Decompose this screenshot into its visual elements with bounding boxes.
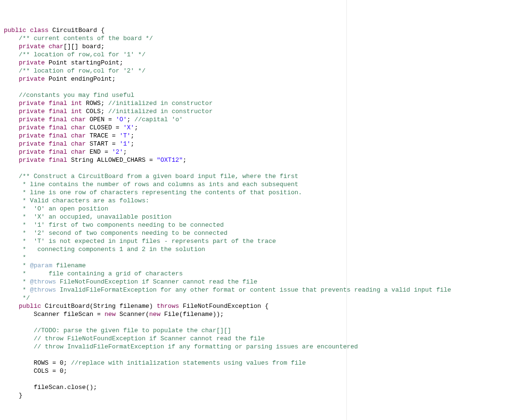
char-literal: 'O' <box>116 116 127 123</box>
brace: { <box>101 27 105 34</box>
brackets: [][] <box>64 43 82 50</box>
semi: ; <box>130 140 134 147</box>
keyword: final <box>49 124 67 131</box>
keyword: private <box>19 132 45 139</box>
field: COLS <box>86 108 101 115</box>
arg: filename <box>183 311 213 318</box>
eq: = <box>93 311 104 318</box>
char-literal: '1' <box>119 140 130 147</box>
eq: = <box>108 132 119 139</box>
keyword: char <box>71 124 86 131</box>
comment: //capital 'o' <box>134 116 183 123</box>
semi: ; <box>134 124 138 131</box>
semi: ; <box>101 43 105 50</box>
type: Point <box>49 75 67 83</box>
eq: = <box>49 359 60 367</box>
comment: //constants you may find useful <box>19 92 134 99</box>
eq: = <box>108 140 119 147</box>
javadoc-tag: @param <box>30 262 53 269</box>
keyword: private <box>19 148 45 156</box>
comment: /** location of row,col for '1' */ <box>19 51 145 58</box>
semi: ; <box>130 132 134 139</box>
semi: ; <box>183 157 187 164</box>
comment: //initialized in constructor <box>108 100 213 107</box>
exception: FileNotFoundException <box>183 303 261 310</box>
type: Scanner <box>119 311 146 318</box>
keyword: final <box>49 140 67 147</box>
keyword: private <box>19 100 45 107</box>
keyword: public <box>4 27 26 34</box>
keyword: char <box>71 148 86 156</box>
keyword: int <box>71 108 82 115</box>
keyword: final <box>49 132 67 139</box>
call: .close(); <box>64 384 97 391</box>
field: CLOSED <box>90 124 112 131</box>
eq: = <box>105 116 116 123</box>
semi: ; <box>112 75 116 83</box>
semi: ; <box>101 100 105 107</box>
type: Point <box>49 59 67 66</box>
keyword: private <box>19 124 45 131</box>
type: String <box>71 157 93 164</box>
field: board <box>82 43 101 50</box>
javadoc-pre: * <box>19 286 30 294</box>
field: ROWS <box>86 100 101 107</box>
eq: = <box>146 157 157 164</box>
num: 0 <box>60 359 64 367</box>
comment: // throw InvalidFileFormatException if a… <box>33 343 358 350</box>
comment: //replace with initialization statements… <box>71 359 305 367</box>
javadoc-line: * line contains the number of rows and c… <box>19 181 298 188</box>
comment: /** current contents of the board */ <box>19 35 153 42</box>
keyword: int <box>71 100 82 107</box>
javadoc-tag: @throws <box>30 278 56 285</box>
keyword: char <box>71 116 86 123</box>
javadoc-line: * 'X' an occupied, unavailable position <box>19 213 172 220</box>
javadoc-line: * 'T' is not expected in input files - r… <box>19 238 276 245</box>
javadoc-pre: * <box>19 278 30 285</box>
ctor-name: CircuitBoard <box>45 303 90 310</box>
javadoc-rest: filename <box>52 262 86 269</box>
javadoc-line: * 'O' an open position <box>19 205 108 212</box>
keyword: private <box>19 43 45 50</box>
comment: // throw FileNotFoundException if Scanne… <box>33 335 265 342</box>
eq: = <box>49 368 60 375</box>
semi: ; <box>123 148 127 156</box>
javadoc-line: * Valid characters are as follows: <box>19 197 149 204</box>
javadoc-line: /** Construct a CircuitBoard from a give… <box>19 173 298 180</box>
javadoc-line: * connecting components 1 and 2 in the s… <box>19 246 205 253</box>
field: ROWS <box>33 359 48 367</box>
keyword: final <box>49 157 67 164</box>
javadoc-rest: FileNotFoundException if Scanner cannot … <box>56 278 257 285</box>
javadoc-rest: InvalidFileFormatException for any other… <box>56 286 451 294</box>
keyword: private <box>19 140 45 147</box>
num: 0 <box>60 368 64 375</box>
char-literal: 'T' <box>119 132 130 139</box>
keyword: new <box>105 311 116 318</box>
type: File <box>164 311 179 318</box>
semi: ; <box>119 59 123 66</box>
field: OPEN <box>90 116 105 123</box>
keyword: class <box>30 27 49 34</box>
javadoc-pre: * <box>19 262 30 269</box>
javadoc-line: * line is one row of characters represen… <box>19 189 302 196</box>
keyword: private <box>19 157 45 164</box>
field: COLS <box>33 368 48 375</box>
code-block: public class CircuitBoard { /** current … <box>4 27 451 399</box>
javadoc-line: * '1' first of two components needing to… <box>19 221 224 229</box>
var: fileScan <box>64 311 93 318</box>
semi: ; <box>101 108 105 115</box>
keyword: new <box>149 311 160 318</box>
field: endingPoint <box>71 75 112 83</box>
keyword: char <box>71 132 86 139</box>
keyword: char <box>49 43 64 50</box>
char-literal: 'X' <box>123 124 134 131</box>
field: START <box>90 140 108 147</box>
comment: //TODO: parse the given file to populate… <box>33 327 231 334</box>
end: )); <box>213 311 224 318</box>
field: ALLOWED_CHARS <box>97 157 145 164</box>
semi: ; <box>64 359 67 367</box>
keyword: private <box>19 116 45 123</box>
keyword: final <box>49 116 67 123</box>
eq: = <box>112 124 123 131</box>
field: TRACE <box>90 132 108 139</box>
